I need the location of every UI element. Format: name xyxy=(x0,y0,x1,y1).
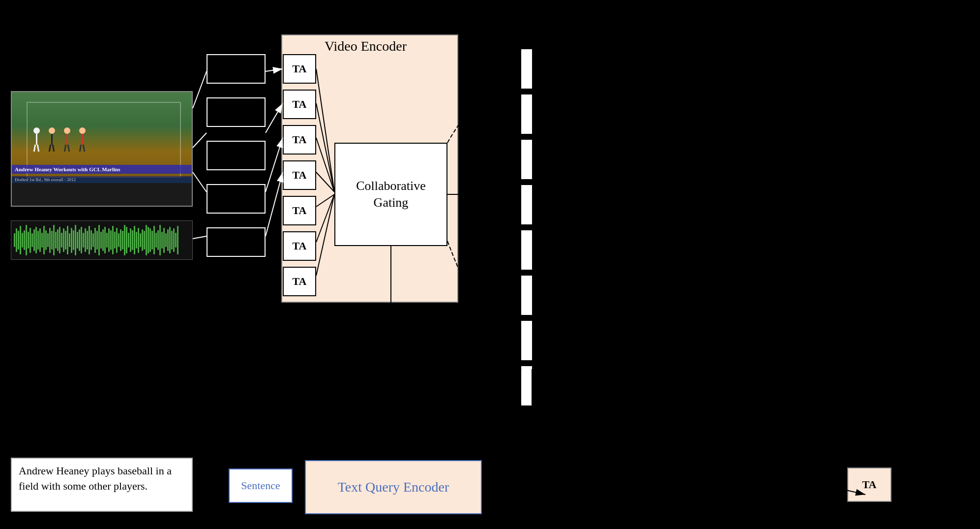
ta-box-5: TA xyxy=(283,196,316,225)
output-bar-5 xyxy=(521,230,532,270)
video-field xyxy=(12,92,192,177)
video-bottom-bar xyxy=(12,183,192,206)
svg-line-2 xyxy=(193,172,207,192)
collab-gating-label: CollaborativeGating xyxy=(356,178,426,211)
output-bar-3 xyxy=(521,140,532,179)
output-bar-6 xyxy=(521,276,532,315)
frame-box-5 xyxy=(207,227,266,257)
output-bar-7 xyxy=(521,321,532,360)
svg-line-17 xyxy=(391,305,492,458)
sentence-box: Sentence xyxy=(229,468,293,503)
sentence-label: Sentence xyxy=(241,479,280,492)
frame-box-4 xyxy=(207,184,266,214)
output-bars xyxy=(521,49,532,405)
ta-box-6: TA xyxy=(283,231,316,261)
text-query-encoder-box: Text Query Encoder xyxy=(305,460,482,514)
svg-line-4 xyxy=(266,69,283,71)
video-caption: Andrew Heaney Workouts with GCL Marlins xyxy=(12,165,192,174)
text-caption-box: Andrew Heaney plays baseball in a field … xyxy=(11,458,193,512)
video-thumbnail: Andrew Heaney Workouts with GCL Marlins … xyxy=(11,91,193,207)
video-subcaption: Drafted 1st Rd., 9th overall - 2012 xyxy=(12,176,192,183)
text-caption-content: Andrew Heaney plays baseball in a field … xyxy=(19,465,172,492)
output-bar-4 xyxy=(521,185,532,224)
final-ta-label: TA xyxy=(862,478,877,491)
svg-line-20 xyxy=(532,418,865,495)
diagram-container: Andrew Heaney Workouts with GCL Marlins … xyxy=(0,0,980,529)
text-query-encoder-label: Text Query Encoder xyxy=(338,479,449,495)
video-encoder-label: Video Encoder xyxy=(325,38,407,54)
output-bar-1 xyxy=(521,49,532,89)
ta-box-3: TA xyxy=(283,125,316,155)
arrows-overlay xyxy=(0,0,980,529)
frame-boxes xyxy=(207,54,266,257)
ta-box-1: TA xyxy=(283,54,316,84)
frame-box-3 xyxy=(207,141,266,170)
final-ta-box: TA xyxy=(847,467,891,502)
svg-line-0 xyxy=(193,71,207,108)
output-bar-2 xyxy=(521,94,532,134)
ta-box-4: TA xyxy=(283,160,316,190)
collab-gating-box: CollaborativeGating xyxy=(334,143,447,246)
svg-line-5 xyxy=(266,103,283,133)
audio-waveform xyxy=(11,220,193,260)
ta-box-2: TA xyxy=(283,90,316,119)
frame-box-1 xyxy=(207,54,266,84)
output-bar-8 xyxy=(521,366,532,405)
svg-line-3 xyxy=(193,236,207,239)
ta-box-7: TA xyxy=(283,267,316,296)
svg-line-7 xyxy=(266,172,283,236)
ta-boxes: TA TA TA TA TA TA TA xyxy=(283,54,316,296)
frame-box-2 xyxy=(207,97,266,127)
svg-line-6 xyxy=(266,138,283,192)
svg-line-1 xyxy=(193,133,207,148)
waveform-bars xyxy=(14,223,190,257)
